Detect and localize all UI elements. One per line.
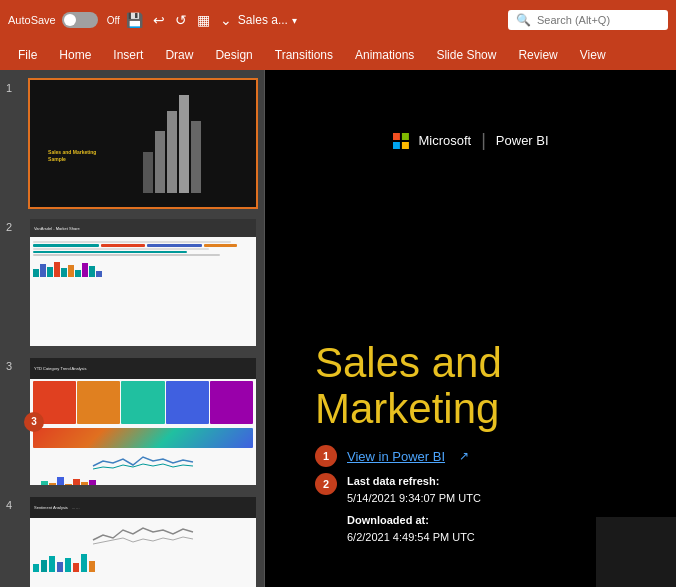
slide-thumb-4[interactable]: Sentiment Analysis ... ... bbox=[28, 495, 258, 587]
menu-file[interactable]: File bbox=[8, 44, 47, 66]
slide3-squares bbox=[30, 379, 256, 426]
slide3-header: YTD Category Trend Analysis bbox=[30, 358, 256, 378]
title-bar-left: AutoSave Off 💾 ↩ ↺ ▦ ⌄ bbox=[8, 12, 232, 28]
slide-thumb-inner-3: YTD Category Trend Analysis bbox=[30, 358, 256, 485]
slide3-visual: YTD Category Trend Analysis bbox=[30, 358, 256, 485]
badge-2-circle: 2 bbox=[315, 473, 337, 495]
slide-row-4: 4 Sentiment Analysis ... ... bbox=[6, 495, 258, 587]
slide1-thumb-bars bbox=[143, 90, 245, 198]
main-slide-inner: Microsoft | Power BI Sales and Marketing… bbox=[265, 70, 676, 587]
slide3-chart bbox=[33, 428, 253, 448]
slide2-visual: VanArsdel - Market Share bbox=[30, 219, 256, 346]
menu-slideshow[interactable]: Slide Show bbox=[426, 44, 506, 66]
search-box[interactable]: 🔍 bbox=[508, 10, 668, 30]
logo-area: Microsoft | Power BI bbox=[392, 130, 548, 151]
slide-thumb-3[interactable]: 3 YTD Category Trend Analysis bbox=[28, 356, 258, 487]
undo-icon[interactable]: ↩ bbox=[153, 12, 165, 28]
menu-bar: File Home Insert Draw Design Transitions… bbox=[0, 40, 676, 70]
slide2-bars bbox=[33, 262, 253, 277]
view-powerbi-link[interactable]: View in Power BI bbox=[347, 449, 445, 464]
downloaded-label: Downloaded at: bbox=[347, 512, 481, 530]
svg-rect-0 bbox=[392, 133, 399, 140]
menu-animations[interactable]: Animations bbox=[345, 44, 424, 66]
main-slide-title: Sales and Marketing bbox=[315, 340, 676, 432]
powerbi-text: Power BI bbox=[496, 133, 549, 148]
file-name-dropdown[interactable]: ▾ bbox=[292, 15, 297, 26]
data-refresh-value: 5/14/2021 9:34:07 PM UTC bbox=[347, 492, 481, 504]
slide4-visual: Sentiment Analysis ... ... bbox=[30, 497, 256, 587]
downloaded-value: 6/2/2021 4:49:54 PM UTC bbox=[347, 531, 475, 543]
title-center: Sales a... ▾ bbox=[238, 13, 297, 27]
slide-row-3: 3 3 YTD Category Trend Analysis bbox=[6, 356, 258, 487]
ms-logo-icon bbox=[392, 133, 408, 149]
dark-corner bbox=[596, 517, 676, 587]
slide2-header: VanArsdel - Market Share bbox=[30, 219, 256, 237]
menu-draw[interactable]: Draw bbox=[155, 44, 203, 66]
slide-row-2: 2 VanArsdel - Market Share bbox=[6, 217, 258, 348]
present-icon[interactable]: ▦ bbox=[197, 12, 210, 28]
svg-rect-3 bbox=[401, 142, 408, 149]
ms-logo-divider: | bbox=[481, 130, 486, 151]
link-arrow-icon: ↗ bbox=[459, 449, 469, 463]
title-bar: AutoSave Off 💾 ↩ ↺ ▦ ⌄ Sales a... ▾ 🔍 bbox=[0, 0, 676, 40]
search-input[interactable] bbox=[537, 14, 657, 26]
slide-thumb-inner-2: VanArsdel - Market Share bbox=[30, 219, 256, 346]
menu-view[interactable]: View bbox=[570, 44, 616, 66]
slide3-bars bbox=[33, 473, 253, 486]
slide-thumb-inner-4: Sentiment Analysis ... ... bbox=[30, 497, 256, 587]
slide3-annotation: 3 bbox=[24, 412, 44, 432]
slide-thumb-2[interactable]: VanArsdel - Market Share bbox=[28, 217, 258, 348]
autosave-label: AutoSave bbox=[8, 14, 56, 26]
file-name: Sales a... bbox=[238, 13, 288, 27]
menu-design[interactable]: Design bbox=[205, 44, 262, 66]
slide-thumb-inner-1: Sales and MarketingSample bbox=[30, 80, 256, 207]
menu-review[interactable]: Review bbox=[508, 44, 567, 66]
slide3-wave bbox=[30, 450, 256, 472]
slide4-header: Sentiment Analysis ... ... bbox=[30, 497, 256, 517]
slide-thumb-1[interactable]: Sales and MarketingSample bbox=[28, 78, 258, 209]
main-slide-view: Microsoft | Power BI Sales and Marketing… bbox=[265, 70, 676, 587]
slide-number-1: 1 bbox=[6, 78, 22, 94]
toggle-knob bbox=[64, 14, 76, 26]
data-refresh-label: Last data refresh: bbox=[347, 473, 481, 491]
menu-insert[interactable]: Insert bbox=[103, 44, 153, 66]
toolbar-icons: 💾 ↩ ↺ ▦ ⌄ bbox=[126, 12, 232, 28]
data-refresh-text: Last data refresh: 5/14/2021 9:34:07 PM … bbox=[347, 473, 481, 547]
redo-icon[interactable]: ↺ bbox=[175, 12, 187, 28]
slide-number-2: 2 bbox=[6, 217, 22, 233]
save-icon[interactable]: 💾 bbox=[126, 12, 143, 28]
badge-1-circle: 1 bbox=[315, 445, 337, 467]
badge-1-area: 1 View in Power BI ↗ bbox=[315, 445, 469, 467]
menu-transitions[interactable]: Transitions bbox=[265, 44, 343, 66]
slide2-lines bbox=[30, 237, 256, 260]
slide-number-3: 3 bbox=[6, 356, 22, 372]
slide-row-1: 1 Sales and MarketingSample bbox=[6, 78, 258, 209]
slide-number-4: 4 bbox=[6, 495, 22, 511]
search-icon: 🔍 bbox=[516, 13, 531, 27]
autosave-toggle[interactable] bbox=[62, 12, 98, 28]
svg-rect-1 bbox=[401, 133, 408, 140]
main-content: 1 Sales and MarketingSample bbox=[0, 70, 676, 587]
slide1-visual: Sales and MarketingSample bbox=[30, 80, 256, 207]
menu-home[interactable]: Home bbox=[49, 44, 101, 66]
more-icon[interactable]: ⌄ bbox=[220, 12, 232, 28]
slide4-bars bbox=[33, 550, 253, 572]
slide-panel: 1 Sales and MarketingSample bbox=[0, 70, 265, 587]
slide1-thumb-title: Sales and MarketingSample bbox=[48, 149, 96, 163]
badge-2-area: 2 Last data refresh: 5/14/2021 9:34:07 P… bbox=[315, 473, 481, 547]
ms-logo-text: Microsoft bbox=[418, 133, 471, 148]
toggle-off-label: Off bbox=[107, 15, 120, 26]
slide4-wave bbox=[30, 518, 256, 550]
svg-rect-2 bbox=[392, 142, 399, 149]
